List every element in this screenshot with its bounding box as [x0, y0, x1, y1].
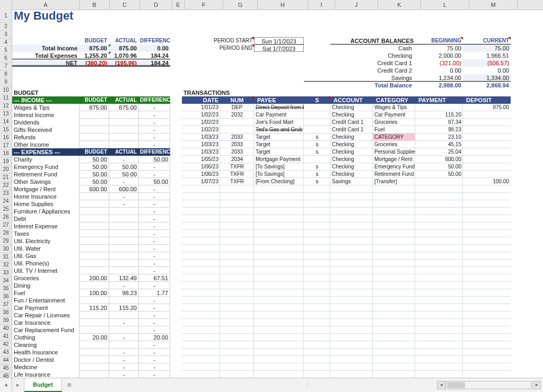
tx-deposit-0[interactable]: 875.00 [463, 104, 511, 111]
tx-payment-9[interactable]: 50.00 [415, 171, 463, 178]
tx-empty-cell[interactable] [330, 185, 373, 193]
tx-s-3[interactable] [304, 126, 330, 133]
expense-actual-14[interactable] [109, 260, 138, 267]
row-header-2[interactable]: 2 [0, 23, 12, 31]
tx-date-1[interactable]: 1/02/23 [182, 111, 220, 119]
tx-empty-cell[interactable] [415, 311, 463, 319]
tx-empty-cell[interactable] [373, 193, 415, 200]
tx-empty-cell[interactable] [304, 326, 330, 334]
tx-date-9[interactable]: 1/06/23 [182, 171, 220, 178]
tx-empty-cell[interactable] [415, 297, 463, 304]
tx-empty-cell[interactable] [254, 215, 304, 222]
tx-payee-5[interactable]: Target [254, 141, 304, 148]
expense-actual-18[interactable]: 98.23 [109, 289, 138, 297]
tx-empty-cell[interactable] [463, 341, 511, 349]
tx-s-1[interactable] [304, 111, 330, 119]
tx-empty-cell[interactable] [220, 215, 254, 222]
tx-empty-cell[interactable] [254, 208, 304, 215]
expense-budget-15[interactable] [79, 267, 109, 274]
expense-actual-0[interactable]: - [109, 156, 138, 163]
tx-empty-cell[interactable] [373, 282, 415, 289]
tx-empty-cell[interactable] [182, 282, 220, 289]
expense-budget-26[interactable] [79, 349, 109, 356]
expense-name-8[interactable]: Debt [12, 215, 79, 222]
income-name-0[interactable]: Wages & Tips [12, 104, 79, 111]
tx-empty-cell[interactable] [463, 185, 511, 193]
tx-empty-cell[interactable] [254, 185, 304, 193]
tx-empty-cell[interactable] [373, 334, 415, 341]
tx-empty-cell[interactable] [254, 334, 304, 341]
row-header-19[interactable]: 19 [0, 158, 12, 166]
tx-empty-cell[interactable] [220, 311, 254, 319]
horizontal-scrollbar[interactable]: ◂ ▸ [314, 378, 543, 392]
tx-date-4[interactable]: 1/03/23 [182, 133, 220, 141]
tx-account-7[interactable]: Checking [330, 156, 373, 163]
tx-s-6[interactable]: s [304, 148, 330, 156]
tx-empty-cell[interactable] [463, 230, 511, 237]
tx-empty-cell[interactable] [304, 230, 330, 237]
expense-actual-17[interactable]: - [109, 282, 138, 289]
tx-empty-cell[interactable] [415, 215, 463, 222]
tx-deposit-10[interactable]: 100.00 [463, 178, 511, 185]
tx-category-5[interactable]: Groceries [373, 141, 415, 148]
tx-empty-cell[interactable] [182, 237, 220, 245]
row-header-40[interactable]: 40 [0, 325, 12, 333]
tx-empty-cell[interactable] [182, 326, 220, 334]
tx-empty-cell[interactable] [330, 319, 373, 326]
tx-empty-cell[interactable] [220, 282, 254, 289]
tx-empty-cell[interactable] [254, 260, 304, 267]
tx-empty-cell[interactable] [373, 230, 415, 237]
tx-empty-cell[interactable] [182, 267, 220, 274]
expense-budget-21[interactable] [79, 311, 109, 319]
tx-payee-3[interactable]: Ted's Gas and Grub [254, 126, 304, 133]
tx-empty-cell[interactable] [254, 267, 304, 274]
expense-name-18[interactable]: Fuel [12, 289, 79, 297]
tx-empty-cell[interactable] [463, 200, 511, 208]
income-name-4[interactable]: Refunds [12, 133, 79, 141]
tx-empty-cell[interactable] [182, 356, 220, 363]
expense-name-12[interactable]: Util. Water [12, 245, 79, 252]
row-header-34[interactable]: 34 [0, 277, 12, 285]
tx-empty-cell[interactable] [182, 200, 220, 208]
tx-empty-cell[interactable] [254, 371, 304, 378]
scrollbar-thumb[interactable] [447, 382, 465, 388]
tx-empty-cell[interactable] [415, 356, 463, 363]
row-header-43[interactable]: 43 [0, 349, 12, 357]
row-header-28[interactable]: 28 [0, 229, 12, 237]
income-budget-2[interactable] [79, 119, 109, 126]
tx-s-8[interactable]: s [304, 163, 330, 171]
row-header-39[interactable]: 39 [0, 317, 12, 325]
tx-num-7[interactable]: 2034 [220, 156, 254, 163]
tx-empty-cell[interactable] [254, 200, 304, 208]
row-header-45[interactable]: 45 [0, 364, 12, 372]
tx-payment-8[interactable]: 50.00 [415, 163, 463, 171]
tx-empty-cell[interactable] [254, 319, 304, 326]
tx-empty-cell[interactable] [415, 185, 463, 193]
tx-empty-cell[interactable] [304, 311, 330, 319]
tx-empty-cell[interactable] [220, 222, 254, 230]
row-header-42[interactable]: 42 [0, 341, 12, 349]
tx-empty-cell[interactable] [415, 282, 463, 289]
tx-empty-cell[interactable] [463, 274, 511, 282]
tx-empty-cell[interactable] [220, 319, 254, 326]
col-header-I[interactable]: I [308, 0, 335, 10]
tx-empty-cell[interactable] [304, 267, 330, 274]
tx-empty-cell[interactable] [415, 245, 463, 252]
tx-num-1[interactable]: 2032 [220, 111, 254, 119]
tx-empty-cell[interactable] [463, 215, 511, 222]
expense-name-28[interactable]: Medicine [12, 363, 79, 371]
tx-category-0[interactable]: Wages & Tips [373, 104, 415, 111]
tx-date-5[interactable]: 1/03/23 [182, 141, 220, 148]
tx-empty-cell[interactable] [463, 349, 511, 356]
tx-account-1[interactable]: Checking [330, 111, 373, 119]
row-header-38[interactable]: 38 [0, 309, 12, 317]
tx-account-0[interactable]: Checking [330, 104, 373, 111]
tx-empty-cell[interactable] [182, 334, 220, 341]
tx-empty-cell[interactable] [330, 237, 373, 245]
tx-empty-cell[interactable] [304, 304, 330, 311]
income-budget-4[interactable] [79, 133, 109, 141]
tx-empty-cell[interactable] [254, 252, 304, 260]
expense-actual-4[interactable]: 600.00 [109, 185, 138, 193]
tx-empty-cell[interactable] [463, 252, 511, 260]
expense-actual-8[interactable] [109, 215, 138, 222]
